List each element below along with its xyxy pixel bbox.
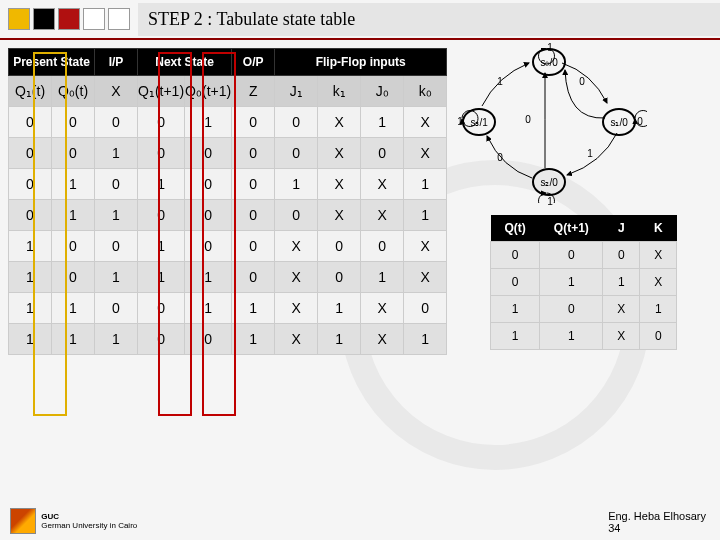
cell: 1 [404, 169, 447, 200]
cell: X [275, 324, 318, 355]
jk-excitation-table: Q(t)Q(t+1)JK 000X011X10X111X0 [490, 215, 677, 350]
edge-label: 1 [547, 42, 553, 53]
cell: 0 [404, 293, 447, 324]
cell: X [404, 262, 447, 293]
jk-cell: 1 [640, 296, 677, 323]
col-header: Q₁(t) [9, 76, 52, 107]
cell: 1 [318, 324, 361, 355]
cell: X [404, 107, 447, 138]
col-group: O/P [232, 49, 275, 76]
cell: 1 [95, 200, 138, 231]
cell: 0 [185, 169, 232, 200]
cell: 1 [232, 324, 275, 355]
cell: 0 [95, 169, 138, 200]
cell: 0 [361, 231, 404, 262]
jk-cell: 1 [540, 323, 603, 350]
cell: 0 [95, 231, 138, 262]
footer: Eng. Heba Elhosary 34 [608, 510, 706, 534]
jk-row: 11X0 [491, 323, 677, 350]
table-row: 101110X01X [9, 262, 447, 293]
brand-square [58, 8, 80, 30]
cell: 0 [318, 262, 361, 293]
guc-name: GUC [41, 512, 59, 521]
jk-cell: 1 [540, 269, 603, 296]
cell: 0 [232, 107, 275, 138]
cell: 1 [404, 200, 447, 231]
cell: 0 [95, 107, 138, 138]
cell: 0 [52, 262, 95, 293]
jk-cell: 1 [491, 296, 540, 323]
jk-cell: 0 [540, 242, 603, 269]
cell: 1 [138, 169, 185, 200]
cell: 0 [232, 200, 275, 231]
state-table: Present StateI/PNext StateO/PFlip-Flop i… [8, 48, 447, 355]
jk-cell: X [603, 323, 640, 350]
col-header: J₁ [275, 76, 318, 107]
cell: X [361, 324, 404, 355]
state-node-s1: s₁/0 [602, 108, 636, 136]
cell: 0 [275, 138, 318, 169]
cell: 0 [52, 107, 95, 138]
cell: 1 [185, 107, 232, 138]
cell: 0 [138, 138, 185, 169]
cell: 0 [185, 138, 232, 169]
cell: 1 [275, 169, 318, 200]
cell: 1 [361, 262, 404, 293]
jk-cell: 1 [491, 323, 540, 350]
cell: 1 [138, 231, 185, 262]
col-header: Q₀(t) [52, 76, 95, 107]
col-header: k₀ [404, 76, 447, 107]
cell: 1 [95, 262, 138, 293]
jk-cell: 0 [540, 296, 603, 323]
col-header: Q₁(t+1) [138, 76, 185, 107]
cell: X [361, 200, 404, 231]
cell: 1 [138, 262, 185, 293]
edge-label: 1 [547, 196, 553, 207]
jk-cell: 0 [640, 323, 677, 350]
brand-square [83, 8, 105, 30]
col-group: Flip-Flop inputs [275, 49, 447, 76]
cell: 1 [52, 200, 95, 231]
edge-label: 0 [497, 152, 503, 163]
page-number: 34 [608, 522, 620, 534]
jk-cell: 0 [491, 242, 540, 269]
cell: 1 [9, 231, 52, 262]
jk-header: J [603, 215, 640, 242]
cell: 0 [232, 138, 275, 169]
jk-cell: X [603, 296, 640, 323]
guc-logo-icon [10, 508, 36, 534]
cell: 0 [9, 138, 52, 169]
cell: X [318, 200, 361, 231]
col-header: k₁ [318, 76, 361, 107]
col-header: X [95, 76, 138, 107]
cell: 1 [52, 293, 95, 324]
cell: X [361, 169, 404, 200]
jk-cell: X [640, 242, 677, 269]
cell: 0 [185, 231, 232, 262]
cell: 1 [9, 324, 52, 355]
cell: 0 [9, 200, 52, 231]
cell: X [275, 262, 318, 293]
edge-label: 0 [637, 116, 643, 127]
table-row: 0110000XX1 [9, 200, 447, 231]
cell: 1 [185, 293, 232, 324]
table-row: 100100X00X [9, 231, 447, 262]
cell: X [318, 107, 361, 138]
jk-cell: X [640, 269, 677, 296]
cell: X [275, 293, 318, 324]
cell: 0 [232, 262, 275, 293]
col-header: Z [232, 76, 275, 107]
state-diagram: s₀/0s₁/0s₂/0s₃/1100110110 [457, 48, 647, 203]
jk-row: 000X [491, 242, 677, 269]
brand-squares [0, 0, 138, 38]
cell: 1 [361, 107, 404, 138]
cell: X [318, 169, 361, 200]
state-node-s3: s₃/1 [462, 108, 496, 136]
edge-label: 1 [587, 148, 593, 159]
cell: 0 [52, 138, 95, 169]
jk-row: 10X1 [491, 296, 677, 323]
cell: 1 [95, 138, 138, 169]
cell: 1 [404, 324, 447, 355]
cell: X [318, 138, 361, 169]
cell: 0 [275, 200, 318, 231]
